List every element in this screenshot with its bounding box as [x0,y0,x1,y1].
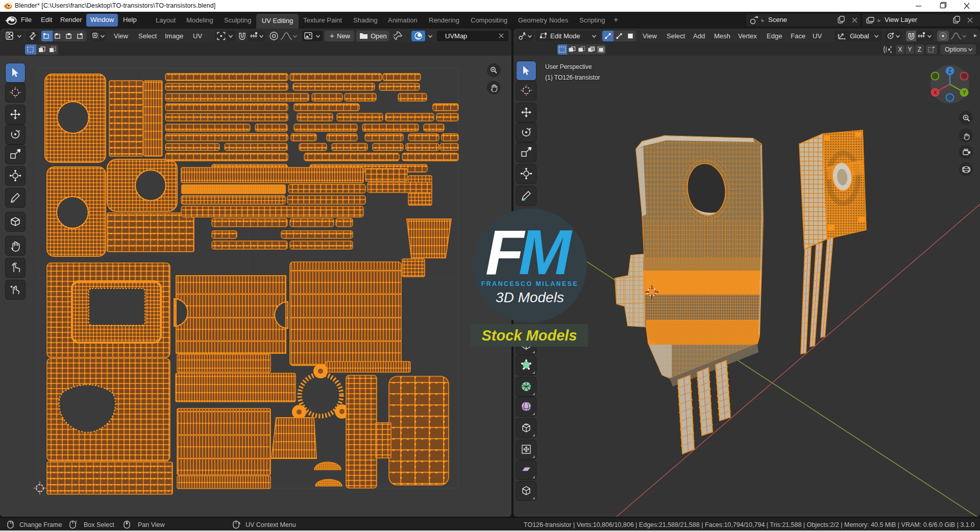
svg-text:X: X [934,90,937,95]
svg-text:Z: Z [948,68,951,74]
svg-text:Y: Y [963,90,966,95]
